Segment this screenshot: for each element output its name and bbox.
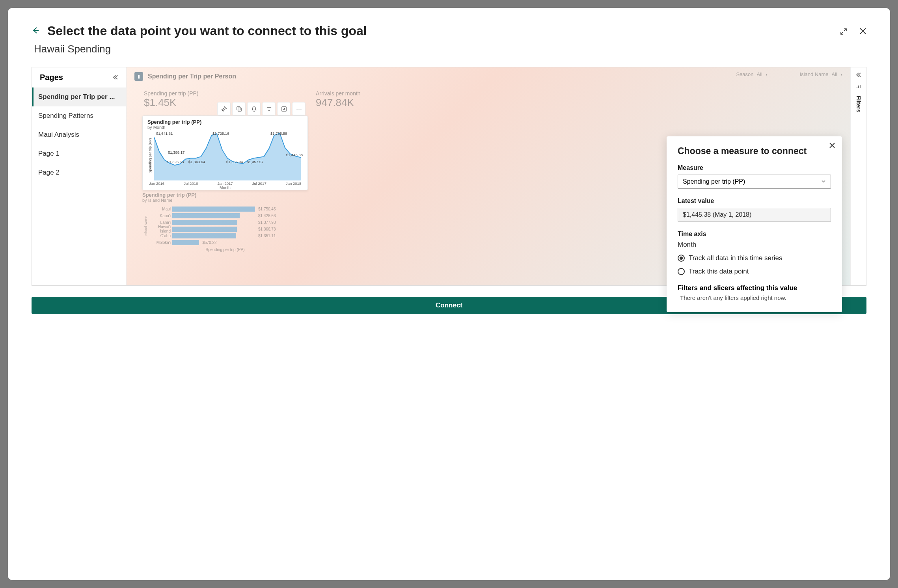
radio-icon bbox=[678, 268, 685, 275]
kpi-label: Arrivals per month bbox=[316, 90, 361, 97]
page-item[interactable]: Spending Patterns bbox=[32, 106, 126, 125]
bar-title: Spending per trip (PP) bbox=[142, 192, 308, 198]
line-chart-card[interactable]: Spending per trip (PP) by Month Spending… bbox=[142, 115, 308, 190]
chart-badge-icon: ▮ bbox=[134, 72, 143, 81]
bar-ylabel: Island Name bbox=[142, 206, 148, 246]
bar-value: $1,428.66 bbox=[258, 214, 276, 218]
modal-header: Select the data point you want to connec… bbox=[32, 24, 866, 38]
time-axis-label: Time axis bbox=[678, 231, 831, 238]
slicer-value: All bbox=[757, 71, 762, 77]
bar-fill bbox=[172, 240, 199, 245]
filters-label[interactable]: Filters bbox=[855, 96, 862, 112]
page-item[interactable]: Page 2 bbox=[32, 163, 126, 182]
expand-icon[interactable] bbox=[840, 28, 848, 37]
bar-category: Lana'i bbox=[148, 220, 172, 225]
focus-icon[interactable] bbox=[277, 102, 291, 115]
kpi-value: $1.45K bbox=[144, 97, 199, 109]
radio-icon bbox=[678, 255, 685, 262]
slicer-island[interactable]: Island Name All ▾ bbox=[800, 71, 842, 77]
chevron-down-icon: ▾ bbox=[766, 72, 768, 76]
chevron-down-icon bbox=[821, 178, 826, 185]
chart-title: Spending per trip (PP) bbox=[147, 119, 303, 125]
bar-row: Maui$1,750.45 bbox=[148, 206, 308, 212]
latest-value-field: $1,445.38 (May 1, 2018) bbox=[678, 208, 831, 222]
radio-track-point[interactable]: Track this data point bbox=[678, 268, 831, 275]
measure-value: Spending per trip (PP) bbox=[683, 178, 745, 185]
pages-label: Pages bbox=[40, 73, 63, 82]
x-tick: Jan 2018 bbox=[286, 181, 301, 186]
data-label: $1,641.61 bbox=[156, 131, 173, 136]
bar-category: Moloka'i bbox=[148, 240, 172, 245]
filters-rail: Filters bbox=[850, 67, 866, 285]
close-icon[interactable] bbox=[859, 28, 866, 37]
kpi-label: Spending per trip (PP) bbox=[144, 90, 199, 97]
slicer-value: All bbox=[832, 71, 837, 77]
measure-panel: Choose a measure to connect Measure Spen… bbox=[667, 136, 842, 312]
data-label: $1,445.38 bbox=[286, 153, 303, 157]
svg-rect-0 bbox=[238, 108, 241, 111]
bar-fill bbox=[172, 227, 237, 232]
data-label: $1,399.17 bbox=[168, 150, 184, 154]
measure-select[interactable]: Spending per trip (PP) bbox=[678, 175, 831, 189]
chart-subtitle: by Month bbox=[147, 125, 303, 130]
chart-ylabel: Spending per trip (PP) bbox=[147, 131, 152, 180]
bar-fill bbox=[172, 233, 236, 238]
bar-xlabel: Spending per trip (PP) bbox=[142, 247, 308, 252]
filters-section-title: Filters and slicers affecting this value bbox=[678, 284, 831, 292]
visual-toolbar: ⋯ bbox=[217, 102, 306, 115]
filters-empty-text: There aren't any filters applied right n… bbox=[680, 294, 831, 301]
bar-category: O'ahu bbox=[148, 234, 172, 238]
copy-icon[interactable] bbox=[232, 102, 246, 115]
bar-category: Kaua'i bbox=[148, 214, 172, 218]
goal-data-point-modal: Select the data point you want to connec… bbox=[8, 8, 890, 580]
slicer-label: Island Name bbox=[800, 71, 829, 77]
kpi-arrivals: Arrivals per month 947.84K bbox=[316, 90, 361, 109]
data-label: $1,326.63 bbox=[167, 160, 184, 164]
bar-value: $1,750.45 bbox=[258, 207, 276, 211]
x-tick: Jan 2016 bbox=[149, 181, 164, 186]
data-label: $1,343.64 bbox=[188, 160, 205, 164]
time-axis-value: Month bbox=[678, 241, 831, 249]
page-item[interactable]: Spending per Trip per ... bbox=[32, 87, 126, 106]
more-icon[interactable]: ⋯ bbox=[292, 102, 306, 115]
data-label: $1,365.94 bbox=[226, 160, 243, 164]
bar-fill bbox=[172, 213, 240, 218]
svg-rect-1 bbox=[237, 106, 240, 110]
back-arrow-icon[interactable] bbox=[32, 26, 39, 36]
page-item[interactable]: Page 1 bbox=[32, 144, 126, 163]
bell-icon[interactable] bbox=[247, 102, 261, 115]
expand-filters-icon[interactable] bbox=[856, 72, 861, 79]
measure-label: Measure bbox=[678, 164, 831, 171]
bar-row: Moloka'i$570.22 bbox=[148, 239, 308, 246]
latest-value-label: Latest value bbox=[678, 197, 831, 205]
data-label: $1,357.57 bbox=[247, 160, 263, 164]
bars-icon bbox=[856, 84, 861, 91]
bar-row: Kaua'i$1,428.66 bbox=[148, 212, 308, 219]
bar-value: $1,377.93 bbox=[258, 220, 276, 225]
bar-value: $1,366.73 bbox=[258, 227, 276, 231]
collapse-pages-icon[interactable] bbox=[113, 73, 118, 82]
bar-row: O'ahu$1,351.11 bbox=[148, 233, 308, 239]
filter-icon[interactable] bbox=[262, 102, 276, 115]
data-label: $1,725.16 bbox=[212, 131, 229, 136]
x-tick: Jul 2016 bbox=[184, 181, 198, 186]
kpi-value: 947.84K bbox=[316, 97, 361, 109]
page-item[interactable]: Maui Analysis bbox=[32, 125, 126, 144]
close-icon[interactable] bbox=[829, 143, 835, 150]
panel-title: Choose a measure to connect bbox=[678, 146, 831, 156]
report-name: Hawaii Spending bbox=[34, 43, 866, 55]
x-tick: Jul 2017 bbox=[252, 181, 266, 186]
bar-chart-card[interactable]: Spending per trip (PP) by Island Name Is… bbox=[142, 192, 308, 252]
report-page-title: Spending per Trip per Person bbox=[148, 73, 236, 80]
bar-value: $1,351.11 bbox=[258, 234, 276, 238]
slicer-season[interactable]: Season All ▾ bbox=[736, 71, 768, 77]
bar-fill bbox=[172, 207, 255, 212]
pin-icon[interactable] bbox=[217, 102, 231, 115]
kpi-spending: Spending per trip (PP) $1.45K bbox=[144, 90, 199, 109]
chevron-down-icon: ▾ bbox=[840, 72, 842, 76]
bar-subtitle: by Island Name bbox=[142, 198, 308, 203]
radio-track-all[interactable]: Track all data in this time series bbox=[678, 254, 831, 262]
chart-xlabel: Month bbox=[147, 186, 303, 190]
bar-category: Maui bbox=[148, 207, 172, 211]
radio-label: Track this data point bbox=[689, 268, 749, 275]
